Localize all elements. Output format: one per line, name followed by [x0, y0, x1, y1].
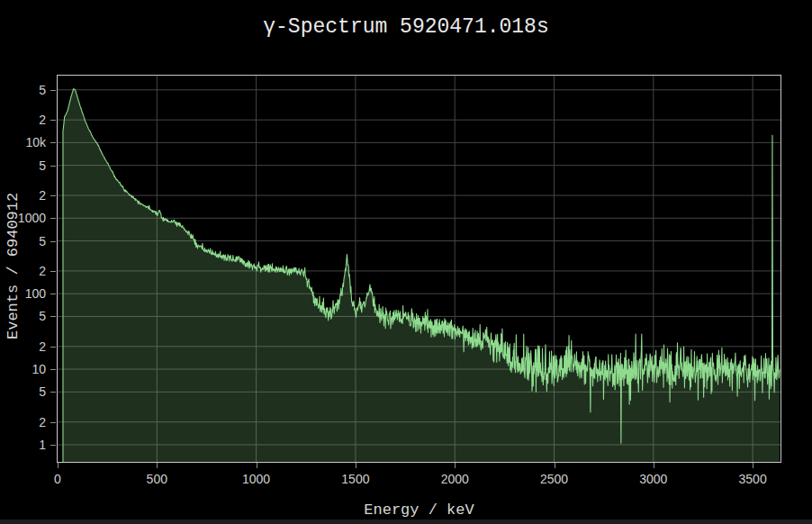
y-tick-label: 5: [5, 234, 46, 248]
y-tick-label: 2: [5, 113, 46, 127]
y-tick-mark: [50, 294, 56, 294]
x-tick-label: 3500: [739, 472, 767, 486]
y-tick-mark: [50, 218, 56, 219]
app-window: γ-Spectrum 5920471.018s Events / 6940912…: [0, 0, 812, 524]
spectrum-plot-svg[interactable]: [58, 76, 780, 462]
x-tick-label: 2500: [540, 472, 568, 486]
y-tick-mark: [50, 445, 56, 446]
window-bottom-strip: [0, 519, 812, 524]
y-tick-mark: [50, 120, 56, 121]
spectrum-fill: [63, 89, 780, 462]
y-tick-label: 2: [5, 339, 46, 354]
plot-area[interactable]: [57, 75, 781, 463]
y-tick-mark: [50, 347, 56, 348]
x-tick-mark: [157, 463, 158, 468]
y-tick-mark: [50, 422, 56, 423]
y-tick-label: 1: [5, 438, 46, 452]
x-tick-label: 0: [54, 472, 61, 486]
y-tick-label: 2: [5, 264, 46, 278]
y-tick-label: 5: [5, 158, 46, 173]
x-tick-mark: [356, 463, 356, 468]
y-tick-mark: [50, 271, 56, 272]
y-tick-label: 2: [5, 188, 46, 203]
y-tick-mark: [50, 90, 56, 91]
x-tick-mark: [257, 463, 257, 468]
y-tick-mark: [50, 241, 56, 242]
x-tick-label: 3000: [639, 472, 667, 486]
x-tick-mark: [455, 463, 456, 468]
x-tick-mark: [654, 463, 654, 468]
y-tick-mark: [50, 392, 56, 393]
y-tick-label: 10: [5, 362, 46, 376]
x-tick-mark: [555, 463, 555, 468]
y-tick-label: 5: [5, 83, 46, 97]
y-tick-mark: [50, 142, 56, 143]
x-tick-label: 1500: [341, 472, 369, 486]
x-tick-mark: [753, 463, 753, 468]
x-tick-label: 1000: [242, 472, 270, 486]
y-tick-mark: [50, 166, 56, 167]
y-tick-label: 1000: [5, 211, 46, 225]
x-tick-label: 2000: [441, 472, 469, 486]
y-tick-label: 5: [5, 384, 46, 399]
x-tick-label: 500: [147, 472, 167, 486]
y-tick-label: 10k: [5, 135, 46, 149]
y-tick-mark: [50, 195, 56, 196]
y-tick-label: 2: [5, 415, 46, 429]
y-tick-mark: [50, 369, 56, 370]
y-tick-label: 5: [5, 309, 46, 323]
x-axis-title: Energy / keV: [58, 501, 780, 519]
y-tick-label: 100: [5, 286, 46, 301]
chart-title: γ-Spectrum 5920471.018s: [0, 15, 812, 39]
x-tick-mark: [58, 463, 59, 468]
y-tick-mark: [50, 316, 56, 317]
